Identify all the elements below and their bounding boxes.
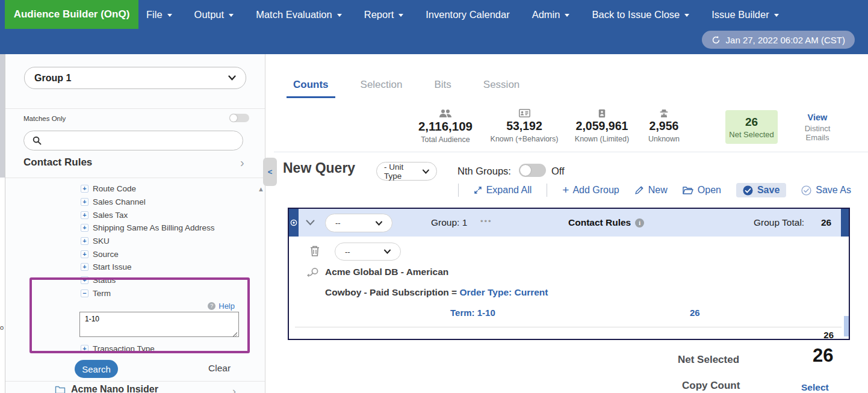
divider <box>547 184 547 197</box>
sidebar-search-box[interactable] <box>23 131 243 150</box>
rule-term-value[interactable]: Term: 1-10 <box>450 308 495 318</box>
new-button[interactable]: New <box>634 185 668 196</box>
app-title[interactable]: Audience Builder (OnQ) <box>5 0 138 29</box>
tree-item-start-issue[interactable]: +Start Issue <box>76 261 256 274</box>
query-toolbar: Expand All + Add Group New Open Save Sav… <box>458 182 851 199</box>
group-menu-ellipsis[interactable]: ••• <box>480 217 492 226</box>
group-select-dropdown[interactable]: Group 1 <box>24 67 246 89</box>
tree-item-route-code[interactable]: +Route Code <box>76 182 256 196</box>
sidebar-search-input[interactable] <box>46 136 234 146</box>
button-label: Save As <box>816 185 851 196</box>
tree-item-label: Transaction Type <box>93 344 155 353</box>
chevron-down-icon <box>423 169 429 174</box>
expand-plus-icon[interactable]: + <box>81 237 88 245</box>
tree-item-sales-tax[interactable]: +Sales Tax <box>76 208 256 221</box>
net-selected-value: 26 <box>745 116 758 129</box>
question-icon: ? <box>208 302 215 310</box>
scrollbar-up-arrow[interactable]: ▲ <box>258 185 264 193</box>
tab-selection[interactable]: Selection <box>354 79 409 98</box>
nth-groups-toggle[interactable] <box>519 164 546 177</box>
spy-icon <box>616 109 712 119</box>
tree-item-label: Sales Channel <box>93 197 146 206</box>
expand-plus-icon[interactable]: + <box>81 224 88 232</box>
tree-item-shipping-same-as-billing[interactable]: +Shipping Same As Billing Address <box>76 221 256 235</box>
tab-counts[interactable]: Counts <box>287 79 335 98</box>
summary-net-selected-label: Net Selected <box>678 354 739 366</box>
summary-copy-count-label: Copy Count <box>682 380 740 392</box>
term-value-input[interactable]: 1-10 <box>79 312 239 337</box>
trash-icon[interactable] <box>309 245 320 257</box>
rule-condition-value[interactable]: Order Type: Current <box>459 287 548 297</box>
nav-item-report[interactable]: Report <box>364 9 404 20</box>
tree-item-sales-channel[interactable]: +Sales Channel <box>76 196 256 209</box>
group-operator-dropdown[interactable]: -- <box>325 214 392 232</box>
query-group-panel: -- Group: 1 ••• Contact Rules i Group To… <box>288 208 850 340</box>
view-distinct-emails-link[interactable]: View Distinct Emails <box>792 113 843 142</box>
expand-icon <box>474 186 482 194</box>
stat-unknown: 2,956 Unknown <box>616 109 712 143</box>
group-drag-bar[interactable] <box>289 209 299 237</box>
collapse-minus-icon[interactable]: − <box>81 289 88 297</box>
tree-item-sku[interactable]: +SKU <box>76 235 256 248</box>
nav-item-label: Output <box>194 9 225 20</box>
tree-item-source[interactable]: +Source <box>76 247 256 261</box>
nav-item-file[interactable]: File <box>146 9 172 20</box>
scrollbar-thumb[interactable] <box>844 316 849 336</box>
nav-item-inventory-calendar[interactable]: Inventory Calendar <box>426 9 509 20</box>
info-icon[interactable]: i <box>635 218 644 227</box>
nav-item-label: File <box>146 9 163 20</box>
timestamp-text: Jan 27, 2022 06:02 AM (CST) <box>726 35 845 45</box>
expand-all-button[interactable]: Expand All <box>474 185 532 196</box>
toggle-knob <box>230 114 237 122</box>
save-as-button[interactable]: Save As <box>801 185 851 196</box>
chevron-right-icon[interactable]: › <box>240 157 244 168</box>
clear-button[interactable]: Clear <box>208 363 231 374</box>
add-group-button[interactable]: + Add Group <box>562 184 619 197</box>
nav-item-admin[interactable]: Admin <box>532 9 570 20</box>
chevron-down-icon[interactable] <box>306 220 315 226</box>
search-button[interactable]: Search <box>75 360 118 378</box>
last-refresh-timestamp[interactable]: Jan 27, 2022 06:02 AM (CST) <box>702 31 855 49</box>
expand-plus-icon[interactable]: + <box>81 263 88 271</box>
tree-item-status[interactable]: +Status <box>76 274 256 287</box>
tab-bits[interactable]: Bits <box>427 79 457 98</box>
nav-item-back-to-issue-close[interactable]: Back to Issue Close <box>592 9 689 20</box>
contact-rules-tree: +Route Code +Sales Channel +Sales Tax +S… <box>76 182 256 355</box>
help-link[interactable]: ? Help <box>79 300 256 312</box>
tree-item-transaction-type[interactable]: +Transaction Type <box>76 342 256 355</box>
rule-operator-dropdown[interactable]: -- <box>335 243 401 261</box>
rule-source-text: Acme Global DB - American <box>325 267 448 277</box>
open-folder-icon <box>683 186 693 194</box>
tree-item-term[interactable]: −Term <box>76 287 256 300</box>
tree-item-label: Shipping Same As Billing Address <box>93 223 215 232</box>
matches-only-toggle[interactable] <box>229 114 249 122</box>
expand-plus-icon[interactable]: + <box>81 276 88 284</box>
nav-item-label: Inventory Calendar <box>426 9 509 20</box>
summary-select-link[interactable]: Select <box>801 382 829 393</box>
sidebar-collapse-handle[interactable]: < <box>263 158 277 186</box>
nav-item-match-evaluation[interactable]: Match Evaluation <box>256 9 342 20</box>
nav-item-issue-builder[interactable]: Issue Builder <box>711 9 778 20</box>
nav-item-label: Report <box>364 9 394 20</box>
tab-session[interactable]: Session <box>477 79 526 98</box>
expand-plus-icon[interactable]: + <box>81 250 88 258</box>
button-label: Expand All <box>486 185 532 196</box>
save-button[interactable]: Save <box>736 183 786 197</box>
expand-plus-icon[interactable]: + <box>81 345 88 353</box>
unit-type-dropdown[interactable]: - Unit Type <box>376 162 437 181</box>
chevron-down-icon <box>228 75 236 81</box>
group-header: -- Group: 1 ••• Contact Rules i Group To… <box>289 209 849 237</box>
sidebar-item-label: Acme Nano Insider <box>71 384 158 393</box>
open-button[interactable]: Open <box>683 185 721 196</box>
chevron-right-icon[interactable]: › <box>232 385 236 393</box>
refresh-icon <box>711 36 721 45</box>
group-rules-title: Contact Rules i <box>568 217 644 228</box>
rule-source-line[interactable]: Acme Global DB - American <box>307 267 448 277</box>
nav-item-label: Back to Issue Close <box>592 9 680 20</box>
nav-item-output[interactable]: Output <box>194 9 234 20</box>
expand-plus-icon[interactable]: + <box>81 198 88 206</box>
divider <box>458 184 459 197</box>
sidebar-item-acme-nano-insider[interactable]: Acme Nano Insider <box>55 384 158 393</box>
expand-plus-icon[interactable]: + <box>81 211 88 219</box>
expand-plus-icon[interactable]: + <box>81 185 88 193</box>
